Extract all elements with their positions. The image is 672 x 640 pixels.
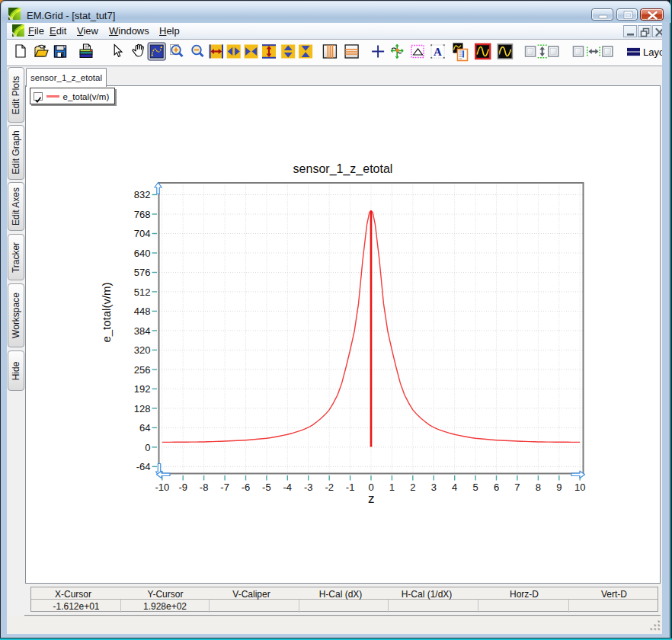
svg-text:3: 3 [431,482,437,493]
svg-text:0: 0 [145,442,150,453]
svg-text:10: 10 [574,482,585,493]
svg-text:-10: -10 [155,482,169,493]
svg-text:A: A [434,46,442,58]
svg-text:-3: -3 [304,482,313,493]
svg-text:-6: -6 [242,482,251,493]
svg-text:384: 384 [134,325,151,337]
svg-text:256: 256 [134,364,151,376]
svg-text:640: 640 [134,248,151,259]
svg-text:9: 9 [556,482,562,493]
svg-text:320: 320 [134,344,151,356]
svg-text:-8: -8 [200,482,209,493]
svg-text:8: 8 [536,482,541,493]
svg-text:512: 512 [134,286,151,298]
svg-text:-64: -64 [136,461,151,472]
svg-text:-2: -2 [325,482,334,493]
svg-text:2: 2 [410,482,415,493]
svg-text:-9: -9 [178,482,187,493]
svg-text:6: 6 [494,482,499,493]
svg-text:1: 1 [389,482,395,493]
svg-text:5: 5 [472,482,478,493]
svg-text:832: 832 [134,189,151,200]
svg-text:192: 192 [134,383,151,395]
svg-text:sensor_1_z_etotal: sensor_1_z_etotal [293,162,393,176]
svg-text:-7: -7 [220,482,229,493]
svg-text:64: 64 [139,422,150,434]
svg-text:e_total(v/m): e_total(v/m) [100,282,113,342]
svg-text:768: 768 [134,209,151,220]
svg-text:-4: -4 [283,482,293,493]
svg-text:z: z [368,491,375,506]
svg-text:4: 4 [452,482,457,493]
svg-text:576: 576 [134,267,151,278]
svg-text:7: 7 [514,482,520,493]
svg-text:-5: -5 [262,482,271,493]
svg-text:128: 128 [134,403,151,414]
svg-text:-1: -1 [346,482,355,493]
svg-text:448: 448 [134,306,151,317]
svg-text:704: 704 [134,228,151,239]
